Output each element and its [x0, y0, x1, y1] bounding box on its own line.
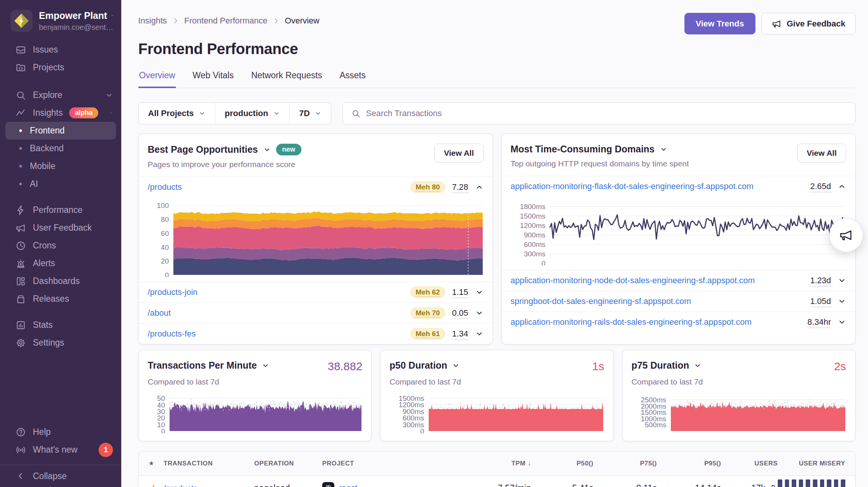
view-all-button[interactable]: View All [797, 144, 846, 163]
col-transaction[interactable]: TRANSACTION [164, 460, 254, 467]
page-link[interactable]: /products-join [148, 287, 198, 297]
floating-feedback-button[interactable] [829, 218, 863, 252]
environment-filter[interactable]: production [215, 103, 289, 124]
date-range-filter[interactable]: 7D [289, 103, 331, 124]
react-platform-icon [322, 482, 334, 487]
svg-text:40: 40 [161, 244, 169, 251]
tab-web-vitals[interactable]: Web Vitals [192, 70, 235, 88]
sidebar-item-insights[interactable]: Insights alpha [0, 104, 121, 122]
chevron-down-icon[interactable] [475, 330, 483, 338]
sidebar-item-explore[interactable]: Explore [0, 86, 121, 104]
sidebar-item-issues[interactable]: Issues [0, 41, 121, 59]
chevron-down-icon[interactable] [475, 309, 483, 317]
chevron-down-icon[interactable] [263, 146, 271, 154]
domain-link[interactable]: springboot-dot-sales-engineering-sf.apps… [511, 296, 691, 306]
sidebar-collapse-button[interactable]: Collapse [0, 465, 121, 487]
domain-row[interactable]: application-monitoring-node-dot-sales-en… [502, 270, 856, 291]
col-user-misery[interactable]: USER MISERY [778, 460, 855, 467]
project-filter[interactable]: All Projects [139, 103, 215, 124]
chevron-down-icon[interactable] [838, 318, 846, 326]
sidebar-item-backend[interactable]: Backend [0, 140, 121, 157]
transaction-link[interactable]: /products [164, 484, 198, 487]
page-title: Frontend Performance [138, 40, 856, 57]
sidebar-item-mobile[interactable]: Mobile [0, 157, 121, 175]
chevron-down-icon[interactable] [262, 362, 269, 369]
sidebar-item-frontend[interactable]: Frontend [5, 122, 116, 140]
tpm-cell: 7.57/min [467, 483, 531, 487]
opportunity-score: 0.05 [452, 308, 468, 318]
page-link[interactable]: /about [148, 308, 171, 318]
chevron-right-icon [273, 17, 280, 24]
opportunity-row[interactable]: /products-join Meh 62 1.15 [139, 282, 493, 302]
page-link[interactable]: /products [148, 182, 182, 192]
domain-duration-line-chart: 0300ms600ms900ms1200ms1500ms1800ms [511, 200, 846, 265]
time-spent-value: 1.05d [810, 296, 831, 306]
opportunity-row[interactable]: /products-fes Meh 61 1.34 [139, 323, 493, 344]
filter-bar: All Projects production 7D [138, 102, 856, 124]
view-all-button[interactable]: View All [434, 144, 483, 163]
sidebar-item-settings[interactable]: Settings [0, 334, 121, 352]
domain-link[interactable]: application-monitoring-rails-dot-sales-e… [511, 317, 752, 327]
p50-cell: 5.41s [531, 483, 593, 487]
tab-bar: Overview Web Vitals Network Requests Ass… [138, 70, 856, 88]
chevron-up-icon[interactable] [475, 183, 483, 191]
bullet-icon [19, 165, 22, 168]
chevron-down-icon[interactable] [452, 362, 460, 369]
domain-row[interactable]: application-monitoring-flask-dot-sales-e… [502, 176, 856, 197]
chevron-down-icon[interactable] [660, 146, 667, 153]
sidebar-item-help[interactable]: Help [0, 423, 121, 441]
sidebar-item-alerts[interactable]: Alerts [0, 254, 121, 272]
sort-desc-arrow-icon: ↓ [528, 460, 531, 467]
domain-row[interactable]: springboot-dot-sales-engineering-sf.apps… [502, 291, 856, 312]
opportunity-row[interactable]: /products Meh 80 7.28 [139, 177, 493, 197]
opportunity-row[interactable]: /about Meh 70 0.05 [139, 302, 493, 323]
col-p95[interactable]: P95() [657, 460, 721, 467]
domain-link[interactable]: application-monitoring-node-dot-sales-en… [511, 276, 755, 285]
chevron-down-icon[interactable] [694, 362, 701, 369]
sidebar-item-performance[interactable]: Performance [0, 201, 121, 219]
chevron-up-icon[interactable] [838, 182, 846, 191]
breadcrumb-insights[interactable]: Insights [138, 16, 167, 26]
tab-overview[interactable]: Overview [138, 70, 176, 88]
sidebar-item-dashboards[interactable]: Dashboards [0, 272, 121, 290]
search-input[interactable] [366, 109, 847, 118]
project-cell[interactable]: react [322, 482, 467, 487]
sidebar-item-ai[interactable]: AI [0, 175, 121, 193]
col-tpm-sorted[interactable]: TPM ↓ [467, 460, 531, 467]
sidebar-item-crons[interactable]: Crons [0, 237, 121, 254]
col-project[interactable]: PROJECT [322, 460, 467, 467]
search-transactions[interactable] [343, 102, 856, 124]
sidebar-item-user-feedback[interactable]: User Feedback [0, 219, 121, 237]
domain-link[interactable]: application-monitoring-flask-dot-sales-e… [511, 181, 754, 191]
sidebar-item-projects[interactable]: Projects [0, 59, 121, 76]
score-badge: Meh 61 [410, 328, 445, 340]
tab-network-requests[interactable]: Network Requests [250, 70, 323, 88]
col-p50[interactable]: P50() [531, 460, 593, 467]
table-row[interactable]: ★ /products pageload react 7.57/min 5.41… [139, 476, 855, 487]
col-users[interactable]: USERS [721, 460, 778, 467]
chevron-down-icon[interactable] [475, 288, 483, 296]
org-switcher[interactable]: Empower Plant benjamin.coe@sent… [0, 8, 121, 41]
star-icon[interactable]: ★ [139, 459, 164, 467]
project-link[interactable]: react [339, 483, 357, 487]
give-feedback-button[interactable]: Give Feedback [761, 13, 856, 34]
clock-icon [15, 240, 26, 251]
breadcrumb-frontend-performance[interactable]: Frontend Performance [184, 16, 267, 26]
page-link[interactable]: /products-fes [148, 329, 196, 339]
domain-row[interactable]: application-monitoring-rails-dot-sales-e… [502, 312, 856, 332]
svg-text:60: 60 [161, 230, 169, 237]
tab-assets[interactable]: Assets [339, 70, 366, 88]
gear-icon [15, 338, 26, 348]
megaphone-icon [772, 19, 782, 29]
sidebar-item-releases[interactable]: Releases [0, 290, 121, 308]
time-spent-value: 8.34hr [808, 317, 831, 327]
favorite-star-icon[interactable]: ★ [139, 482, 164, 487]
view-trends-button[interactable]: View Trends [684, 13, 755, 34]
sidebar-item-whats-new[interactable]: What's new 1 [0, 441, 121, 459]
col-p75[interactable]: P75() [593, 460, 657, 467]
col-operation[interactable]: OPERATION [254, 460, 322, 467]
metric-subtitle: Compared to last 7d [148, 377, 362, 386]
chevron-down-icon[interactable] [838, 276, 846, 285]
sidebar-item-stats[interactable]: Stats [0, 316, 121, 334]
chevron-down-icon[interactable] [838, 297, 846, 306]
